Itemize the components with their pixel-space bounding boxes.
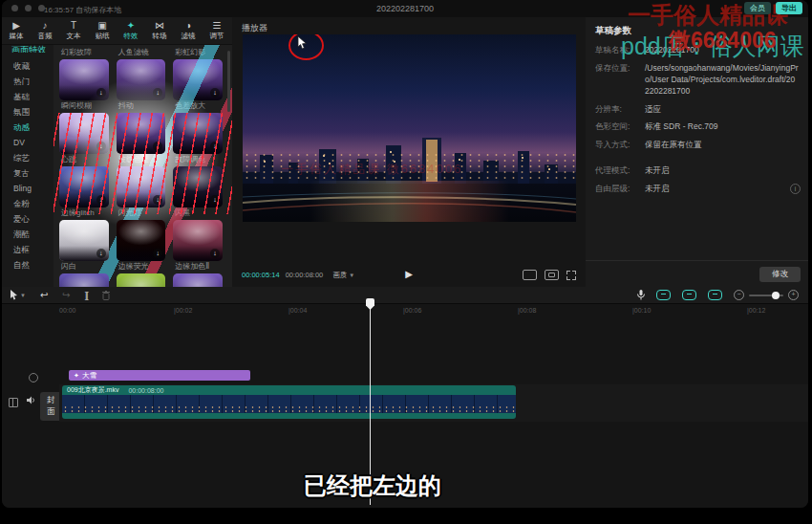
video-clip[interactable]: 009北京夜景.mkv 00:00:08:00 [62, 385, 516, 419]
resource-tab[interactable]: ▣ 贴纸 [88, 21, 117, 41]
resource-tab[interactable]: ♪ 音频 [31, 21, 59, 41]
delete-button[interactable] [102, 291, 110, 300]
effect-thumbnail[interactable]: ↓ [117, 273, 166, 287]
effect-thumbnail[interactable]: ↓ [173, 273, 223, 287]
magnet-icon[interactable] [656, 290, 671, 300]
ruler-tick: |00:08 [518, 307, 632, 314]
resource-tab[interactable]: T 文本 [59, 21, 88, 41]
track-headers: 封面 [2, 316, 59, 507]
snap-icon[interactable] [682, 290, 696, 300]
effect-category-sidebar: 画面特效 收藏 热门 基础 氛围 动感 DV [2, 45, 53, 287]
split-button[interactable]: ][ [85, 291, 88, 300]
category-item[interactable]: 爱心 [2, 211, 53, 227]
collapse-track-icon[interactable] [9, 398, 18, 407]
download-icon: ↓ [153, 249, 162, 258]
field-value: 标准 SDR - Rec.709 [645, 121, 799, 133]
field-label: 自由层级: [595, 184, 645, 195]
zoom-out-icon[interactable]: − [734, 290, 744, 300]
effects-grid: 幻彩故障人鱼滤镜彩虹幻影 ↓ 瞬间模糊 ↓ 抖动 [53, 45, 232, 287]
clip-filename: 009北京夜景.mkv [67, 385, 118, 395]
play-button[interactable]: ▶ [405, 269, 413, 279]
text-icon: T [71, 21, 76, 31]
road-light-trails [243, 181, 576, 222]
category-item[interactable]: 收藏 [2, 58, 53, 74]
category-item[interactable]: 氛围 [2, 104, 53, 120]
redo-button[interactable]: ↪ [62, 291, 70, 300]
link-icon[interactable] [708, 290, 722, 300]
ruler-tick: |00:12 [747, 307, 808, 314]
category-item[interactable]: 综艺 [2, 150, 53, 165]
ruler-tick: |00:10 [632, 307, 747, 314]
effect-thumbnail[interactable]: ↓ [59, 220, 109, 261]
adjust-icon: ☰ [213, 21, 222, 31]
modify-button[interactable]: 修改 [759, 267, 801, 282]
field-label: 导入方式: [595, 140, 645, 151]
timeline-zoom-control: − + [734, 290, 799, 300]
effect-card[interactable]: ↓ [59, 273, 109, 287]
field-value: 保留在原有位置 [645, 140, 799, 151]
draft-field: 自由层级: 未开启 i [595, 184, 799, 195]
download-icon: ↓ [96, 249, 106, 258]
effect-track-icon[interactable] [29, 373, 38, 382]
resource-tab[interactable]: ✦ 特效 [117, 21, 145, 41]
resource-tab[interactable]: ☰ 调节 [203, 21, 231, 41]
zoom-slider-knob[interactable] [772, 292, 780, 299]
undo-button[interactable]: ↩ [40, 291, 48, 300]
fullscreen-icon[interactable] [566, 271, 576, 280]
category-item[interactable]: 金粉 [2, 196, 53, 211]
quality-dropdown[interactable]: 画质▼ [332, 271, 354, 280]
field-value: 适应 [645, 104, 799, 116]
ruler-tick: |00:02 [174, 307, 288, 314]
download-icon: ↓ [210, 249, 220, 258]
draft-field: 分辨率: 适应 i [595, 104, 799, 116]
resource-tab[interactable]: ▶ 媒体 [2, 21, 31, 41]
ruler-tick: |00:04 [288, 307, 403, 314]
category-item[interactable]: 自然 [2, 257, 53, 273]
clip-filmstrip [62, 395, 516, 413]
export-button[interactable]: 导出 [776, 2, 802, 14]
resource-tab[interactable]: ◑ 滤镜 [174, 21, 203, 41]
current-time: 00:00:05:14 [242, 271, 280, 279]
record-voiceover-icon[interactable] [637, 290, 645, 300]
video-preview: 一手俗人精品课 微6684006 [243, 34, 576, 222]
info-icon[interactable]: i [790, 184, 801, 194]
grid-scrollbar[interactable] [227, 51, 230, 112]
category-item[interactable]: 潮酷 [2, 227, 53, 242]
tab-screen-effects[interactable]: 画面特效 [2, 45, 53, 53]
timeline-toolbar: ▼ ↩ ↪ ][ − + [2, 287, 808, 304]
speaker-icon[interactable] [27, 396, 36, 404]
category-item[interactable]: DV [2, 135, 53, 150]
resource-tab[interactable]: ⋈ 转场 [145, 21, 174, 41]
scale-adapt-icon[interactable] [523, 270, 537, 280]
effect-card[interactable]: ↓ [117, 273, 166, 287]
zoom-in-icon[interactable]: + [788, 290, 799, 300]
category-item[interactable]: 复古 [2, 165, 53, 181]
effect-thumbnail[interactable]: ↓ [173, 220, 223, 261]
effect-thumbnail[interactable]: ↓ [59, 273, 109, 287]
player-title: 播放器 [242, 22, 267, 34]
timeline-panel: ▼ ↩ ↪ ][ − + [2, 287, 808, 508]
zoom-slider[interactable] [749, 295, 783, 296]
original-size-icon[interactable] [545, 270, 559, 280]
category-item[interactable]: 动感 [2, 120, 53, 135]
draft-field: 色彩空间: 标准 SDR - Rec.709 i [595, 121, 799, 133]
category-item[interactable]: Bling [2, 181, 53, 196]
cursor-icon [10, 290, 18, 300]
select-tool-button[interactable]: ▼ [10, 290, 26, 300]
effect-clip[interactable]: ✦ 大雪 [69, 370, 250, 381]
video-clip-header: 009北京夜景.mkv 00:00:08:00 [62, 385, 516, 395]
category-item[interactable]: 热门 [2, 74, 53, 89]
resource-panel: ▶ 媒体 ♪ 音频 T 文本 ▣ 贴纸 ✦ 特效 [2, 17, 233, 287]
category-item[interactable]: 边框 [2, 242, 53, 257]
timeline-ruler[interactable]: 00:00|00:02|00:04|00:06|00:08|00:10|00:1… [2, 304, 808, 316]
effect-card[interactable]: ↓ [173, 273, 223, 287]
category-list: 收藏 热门 基础 氛围 动感 DV 综艺 [2, 58, 53, 273]
clip-duration: 00:00:08:00 [128, 387, 163, 394]
category-item[interactable]: 基础 [2, 89, 53, 104]
chevron-down-icon: ▼ [20, 291, 26, 300]
effect-thumbnail[interactable]: ↓ [117, 220, 166, 261]
chevron-down-icon: ▼ [349, 273, 354, 278]
ruler-tick: 00:00 [59, 307, 174, 314]
watermark-red-line2: 微6684006 [669, 26, 777, 55]
member-badge[interactable]: 会员 [744, 2, 771, 14]
